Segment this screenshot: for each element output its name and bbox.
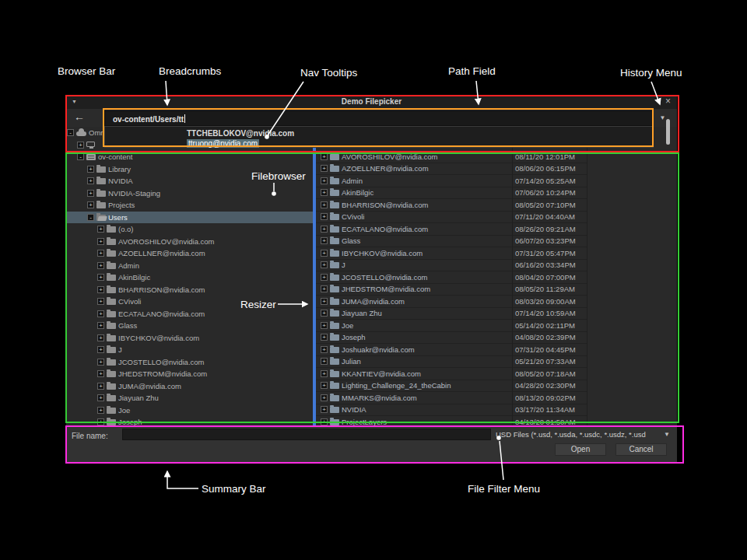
file-list-row[interactable]: +MMARKS@nvidia.com08/13/20 09:02PM [316, 392, 587, 404]
tree-item[interactable]: +JUMA@nvidia.com [66, 380, 313, 393]
tree-item[interactable]: +IBYCHKOV@nvidia.com [66, 332, 313, 345]
expander-icon[interactable]: + [321, 201, 328, 208]
tree-item[interactable]: +Projects [66, 199, 313, 212]
expander-icon[interactable]: + [97, 310, 104, 317]
expander-icon[interactable]: + [97, 383, 104, 390]
expander-icon[interactable]: + [321, 274, 328, 281]
close-icon[interactable]: × [665, 96, 671, 107]
expander-icon[interactable]: + [321, 165, 328, 172]
expander-icon[interactable]: - [87, 214, 94, 221]
expander-icon[interactable]: + [321, 213, 328, 220]
file-list-row[interactable]: +JUMA@nvidia.com08/03/20 09:00AM [316, 296, 587, 308]
expander-icon[interactable]: + [321, 298, 328, 305]
expander-icon[interactable]: + [97, 286, 104, 293]
expander-icon[interactable]: + [97, 370, 104, 377]
expander-icon[interactable]: + [321, 261, 328, 268]
expander-icon[interactable]: + [97, 359, 104, 366]
file-list-row[interactable]: +JHEDSTROM@nvidia.com08/05/20 11:29AM [316, 284, 587, 296]
file-list-row[interactable]: +Joseph04/08/20 02:39PM [316, 332, 587, 345]
nav-tooltip-item[interactable]: ttruong@nvidia.com [105, 137, 653, 147]
cancel-button[interactable]: Cancel [615, 443, 667, 456]
expander-icon[interactable]: + [97, 346, 104, 353]
expander-icon[interactable]: + [87, 201, 94, 208]
expander-icon[interactable]: + [97, 262, 104, 269]
expander-icon[interactable]: + [87, 166, 94, 173]
titlebar[interactable]: ▼ Demo Filepicker × [66, 96, 677, 109]
expander-icon[interactable]: + [321, 358, 328, 365]
tree-item[interactable]: -ov-content [66, 151, 313, 163]
path-field[interactable]: ov-content/Users/tt [104, 110, 654, 126]
expander-icon[interactable]: + [321, 322, 328, 329]
expander-icon[interactable]: + [321, 418, 328, 425]
expander-icon[interactable]: + [97, 334, 104, 341]
tree-item[interactable]: +BHARRISON@nvidia.com [66, 284, 313, 296]
tree-item[interactable]: +Jiayuan Zhu [66, 392, 313, 404]
file-list-row[interactable]: +ProjectLayers04/13/20 01:50AM [316, 416, 587, 425]
expander-icon[interactable]: + [321, 250, 328, 257]
expander-icon[interactable]: + [321, 370, 328, 377]
tree-item[interactable]: +Glass [66, 320, 313, 332]
expander-icon[interactable]: + [97, 322, 104, 329]
nav-tooltip-item[interactable]: TTCHEBLOKOV@nvidia.com [105, 127, 653, 137]
file-list-row[interactable]: +Julian05/21/20 07:33AM [316, 356, 587, 369]
file-list-row[interactable]: +Jiayuan Zhu07/14/20 10:59AM [316, 308, 587, 320]
tree-item[interactable]: +Joe [66, 404, 313, 417]
file-list-row[interactable]: +Glass06/07/20 03:23PM [316, 236, 587, 248]
expander-icon[interactable]: + [321, 346, 328, 353]
file-list-row[interactable]: +Lighting_Challenge_24_theCabin04/28/20 … [316, 380, 587, 393]
back-arrow-icon[interactable]: ← [74, 110, 85, 123]
tree-item[interactable]: +Joseph [66, 416, 313, 425]
expander-icon[interactable]: + [321, 189, 328, 196]
expander-icon[interactable]: + [97, 394, 104, 401]
tree-item[interactable]: +NVIDIA-Staging [66, 187, 313, 200]
tree-item[interactable]: +(o.o) [66, 223, 313, 236]
expander-icon[interactable]: + [97, 250, 104, 257]
expander-icon[interactable]: - [67, 129, 74, 136]
file-list-row[interactable]: +AkinBilgic07/06/20 10:24PM [316, 187, 587, 200]
file-list-row[interactable]: +CVivoli07/11/20 04:40AM [316, 212, 587, 224]
tree-item[interactable]: +J [66, 344, 313, 356]
expander-icon[interactable]: + [321, 177, 328, 184]
tree-item[interactable]: +AkinBilgic [66, 271, 313, 284]
file-list-row[interactable]: +J06/16/20 03:34PM [316, 260, 587, 272]
file-list-row[interactable]: +Joe05/14/20 02:11PM [316, 320, 587, 332]
expander-icon[interactable]: + [321, 310, 328, 317]
tree-item[interactable]: +AZOELLNER@nvidia.com [66, 247, 313, 260]
open-button[interactable]: Open [555, 443, 606, 456]
expander-icon[interactable]: - [77, 153, 84, 160]
expander-icon[interactable]: + [321, 285, 328, 292]
expander-icon[interactable]: + [87, 190, 94, 197]
tree-item[interactable]: +JCOSTELLO@nvidia.com [66, 356, 313, 369]
expander-icon[interactable]: + [321, 382, 328, 389]
file-filter-menu[interactable]: USD Files (*.usd, *.usda, *.usdc, *.usdz… [496, 429, 672, 440]
expander-icon[interactable]: + [97, 274, 104, 281]
expander-icon[interactable]: + [97, 407, 104, 414]
expander-icon[interactable]: + [87, 177, 94, 184]
expander-icon[interactable]: + [97, 238, 104, 245]
file-list-row[interactable]: +KKANTIEV@nvidia.com08/05/20 07:18AM [316, 368, 587, 380]
expander-icon[interactable]: + [77, 142, 84, 149]
tree-item[interactable]: +Admin [66, 260, 313, 272]
tree-item[interactable]: +AVOROSHILOV@nvidia.com [66, 236, 313, 248]
expander-icon[interactable]: + [321, 237, 328, 244]
file-list-row[interactable]: +ECATALANO@nvidia.com08/26/20 09:21AM [316, 223, 587, 236]
file-list-row[interactable]: +BHARRISON@nvidia.com08/05/20 07:10PM [316, 199, 587, 212]
file-list-row[interactable]: +IBYCHKOV@nvidia.com07/31/20 05:47PM [316, 247, 587, 260]
scrollbar-thumb[interactable] [666, 119, 670, 145]
expander-icon[interactable]: + [321, 406, 328, 413]
expander-icon[interactable]: + [97, 418, 104, 425]
expander-icon[interactable]: + [321, 334, 328, 341]
file-list-row[interactable]: +AVOROSHILOV@nvidia.com08/11/20 12:01PM [316, 151, 587, 163]
expander-icon[interactable]: + [321, 153, 328, 160]
file-name-input[interactable] [122, 429, 491, 440]
expander-icon[interactable]: + [97, 298, 104, 305]
file-list-row[interactable]: +Admin07/14/20 05:25AM [316, 175, 587, 187]
file-list-row[interactable]: +Joshuakr@nvidia.com07/31/20 04:45PM [316, 344, 587, 356]
tree-item[interactable]: +JHEDSTROM@nvidia.com [66, 368, 313, 380]
expander-icon[interactable]: + [321, 394, 328, 401]
file-list-row[interactable]: +JCOSTELLO@nvidia.com08/04/20 07:00PM [316, 271, 587, 284]
file-list-row[interactable]: +NVIDIA03/17/20 11:34AM [316, 404, 587, 417]
file-list-row[interactable]: +AZOELLNER@nvidia.com08/06/20 06:15PM [316, 163, 587, 176]
expander-icon[interactable]: + [321, 226, 328, 233]
expander-icon[interactable]: + [97, 226, 104, 233]
